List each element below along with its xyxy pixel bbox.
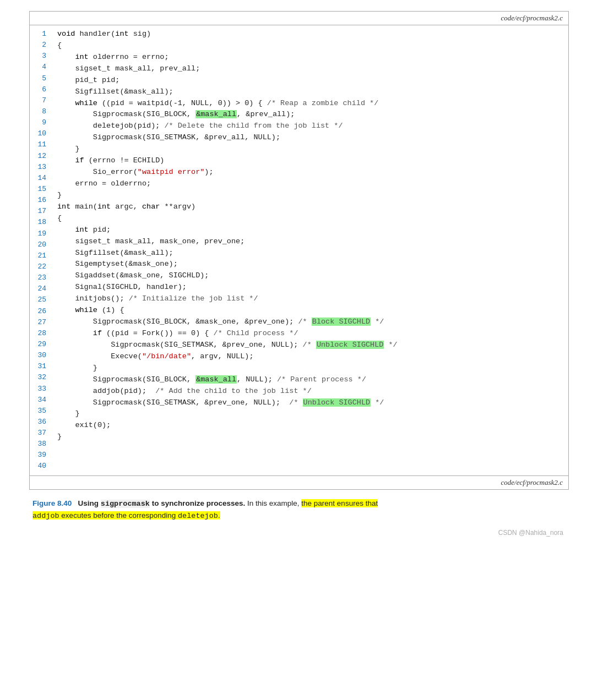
caption-text1: In this example, the parent ensures that (247, 499, 378, 507)
code-line-7: Sigfillset(&mask_all); (57, 86, 562, 98)
code-line-35: Sigprocmask(SIG_BLOCK, &mask_all, NULL);… (57, 374, 562, 386)
code-line-11: Sigprocmask(SIG_SETMASK, &prev_all, NULL… (57, 132, 562, 144)
code-line-12: } (57, 144, 562, 155)
caption-area: Figure 8.40 Using sigprocmask to synchro… (29, 490, 569, 527)
code-lines: void handler(int sig) { int olderrno = e… (51, 29, 568, 472)
code-line-10: deletejob(pid); /* Delete the child from… (57, 121, 562, 132)
code-footer: code/ecf/procmask2.c (30, 475, 568, 489)
code-line-25: Sigaddset(&mask_one, SIGCHLD); (57, 270, 562, 282)
code-line-13: if (errno != ECHILD) (57, 155, 562, 167)
code-line-31: if ((pid = Fork()) == 0) { /* Child proc… (57, 328, 562, 340)
code-line-14: Sio_error("waitpid error"); (57, 167, 562, 178)
code-line-21: sigset_t mask_all, mask_one, prev_one; (57, 236, 562, 248)
code-area: 12345 678910 1112131415 1617181920 21222… (30, 25, 568, 475)
code-line-30: Sigprocmask(SIG_BLOCK, &mask_one, &prev_… (57, 316, 562, 328)
watermark: CSDN @Nahida_nora (29, 527, 569, 539)
code-line-9: Sigprocmask(SIG_BLOCK, &mask_all, &prev_… (57, 109, 562, 121)
code-line-32: Sigprocmask(SIG_SETMASK, &prev_one, NULL… (57, 340, 562, 351)
code-line-3: int olderrno = errno; (57, 52, 562, 63)
code-line-19: { (57, 213, 562, 225)
code-line-38: } (57, 408, 562, 420)
caption-text2: addjob executes before the corresponding… (32, 511, 220, 519)
code-line-36: addjob(pid); /* Add the child to the job… (57, 386, 562, 397)
code-line-24: Sigemptyset(&mask_one); (57, 259, 562, 270)
code-line-4: sigset_t mask_all, prev_all; (57, 63, 562, 75)
code-line-1: void handler(int sig) (57, 29, 562, 40)
code-header: code/ecf/procmask2.c (30, 12, 568, 25)
code-line-29: while (1) { (57, 305, 562, 316)
code-line-8: while ((pid = waitpid(-1, NULL, 0)) > 0)… (57, 98, 562, 110)
figure-title: Using sigprocmask to synchronize process… (78, 499, 246, 507)
code-line-34: } (57, 363, 562, 374)
code-line-2: { (57, 40, 562, 52)
code-line-23: Sigfillset(&mask_all); (57, 248, 562, 259)
code-line-40: } (57, 431, 562, 443)
code-line-16: } (57, 190, 562, 201)
code-line-26: Signal(SIGCHLD, handler); (57, 282, 562, 293)
code-line-20: int pid; (57, 225, 562, 236)
line-numbers: 12345 678910 1112131415 1617181920 21222… (30, 29, 51, 472)
code-line-39: exit(0); (57, 420, 562, 431)
code-line-5: pid_t pid; (57, 75, 562, 86)
figure-label: Figure 8.40 (32, 499, 72, 507)
code-line-18: int main(int argc, char **argv) (57, 201, 562, 213)
code-line-15: errno = olderrno; (57, 178, 562, 190)
code-line-37: Sigprocmask(SIG_SETMASK, &prev_one, NULL… (57, 397, 562, 409)
code-line-33: Execve("/bin/date", argv, NULL); (57, 351, 562, 363)
code-line-27: initjobs(); /* Initialize the job list *… (57, 293, 562, 305)
